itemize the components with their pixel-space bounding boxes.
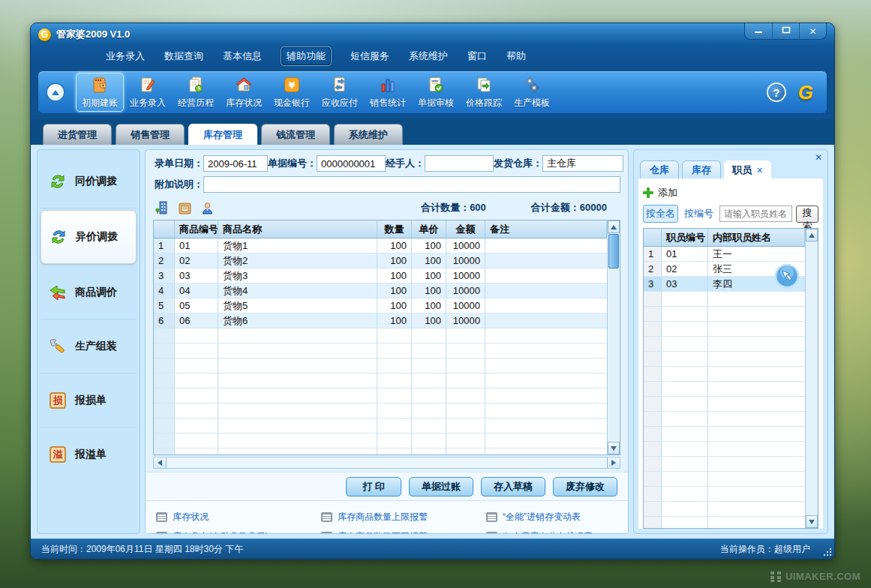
menu-help[interactable]: 帮助 — [506, 50, 526, 63]
maximize-icon — [782, 26, 791, 34]
filter-by-code[interactable]: 按编号 — [682, 206, 716, 222]
employee-row[interactable]: 101王一 — [644, 247, 805, 262]
tab-stock[interactable]: 库存 — [682, 160, 721, 178]
search-button[interactable]: 搜索 — [796, 206, 818, 223]
toolbar-item-operation-history[interactable]: 经营历程 — [172, 73, 220, 112]
maximize-button[interactable] — [772, 23, 799, 39]
sidebar-item-same-price-transfer[interactable]: 同价调拨 — [41, 154, 137, 208]
toolbar-item-receivable-payable[interactable]: 应收应付 — [316, 73, 364, 112]
table-row[interactable]: 303货物310010010000 — [154, 268, 607, 284]
warehouse-input[interactable] — [542, 155, 623, 172]
date-input[interactable] — [203, 155, 268, 172]
scroll-up-button[interactable] — [608, 220, 620, 233]
sidebar-item-goods-price-adjust[interactable]: 商品调价 — [41, 266, 137, 320]
table-row[interactable]: 101货物110010010000 — [154, 238, 607, 254]
menu-window[interactable]: 窗口 — [467, 50, 487, 63]
discard-changes-button[interactable]: 废弃修改 — [553, 477, 617, 496]
link-warehouse-distribution[interactable]: 各仓库库存分布状况表 — [486, 530, 628, 535]
scroll-down-button[interactable] — [608, 442, 620, 454]
empty-row — [644, 412, 805, 427]
sidebar-item-loss-report[interactable]: 损 报损单 — [41, 374, 137, 428]
scrollbar-thumb[interactable] — [608, 234, 619, 268]
scroll-right-button[interactable] — [607, 458, 620, 468]
menu-sms-service[interactable]: 短信服务 — [350, 50, 389, 63]
table-row[interactable]: 505货物510010010000 — [154, 298, 607, 314]
current-operator: 当前操作员：超级用户 — [720, 543, 824, 556]
link-inventory-status[interactable]: 库存状况 — [156, 511, 321, 524]
table-row[interactable]: 202货物210010010000 — [154, 254, 607, 268]
price-arrows-icon — [48, 283, 68, 302]
toolbar-item-initial-accounts[interactable]: 初期建账 — [76, 73, 124, 112]
tab-sales-management[interactable]: 销售管理 — [116, 124, 185, 145]
arrow-left-icon — [158, 460, 162, 466]
tab-inventory-management[interactable]: 库存管理 — [188, 124, 257, 145]
handler-input[interactable] — [425, 155, 494, 172]
post-voucher-button[interactable]: 单据过账 — [409, 477, 473, 496]
scroll-up-button[interactable] — [806, 229, 818, 242]
toolbar-item-cash-bank[interactable]: ¥ 现金银行 — [268, 73, 316, 112]
link-stock-check[interactable]: 库存盘点(自动盘盈盘亏) — [156, 530, 321, 535]
tab-employee[interactable]: 职员 ✕ — [724, 160, 771, 178]
col-amount: 金额 — [446, 220, 485, 238]
filter-by-fullname[interactable]: 按全名 — [643, 205, 678, 223]
items-table-header: 商品编号 商品名称 数量 单价 金额 备注 — [154, 220, 607, 238]
link-stock-lower-limit-alarm[interactable]: 库存商品数量下限报警 — [321, 530, 486, 535]
vertical-scrollbar[interactable] — [607, 220, 620, 454]
tab-cashflow-management[interactable]: 钱流管理 — [261, 124, 330, 145]
toolbar-collapse-button[interactable] — [46, 82, 65, 102]
toolbar-item-inventory-status[interactable]: 库存状况 — [220, 73, 268, 112]
toolbar-item-sales-statistics[interactable]: 销售统计 — [364, 73, 412, 112]
empty-row — [644, 502, 805, 517]
panel-close-button[interactable]: ✕ — [815, 152, 822, 163]
employee-vertical-scrollbar[interactable] — [805, 229, 818, 528]
sidebar-item-production-assembly[interactable]: 生产组装 — [41, 320, 137, 374]
watermark: UIMAKER.COM — [770, 571, 860, 582]
app-window: G 管家婆2009 V1.0 ✕ 业务录入 数据查询 基本信息 辅助功能 短信服… — [30, 22, 835, 560]
menu-business-entry[interactable]: 业务录入 — [106, 50, 145, 63]
resize-grip[interactable] — [824, 548, 832, 556]
menu-system-maintenance[interactable]: 系统维护 — [409, 50, 448, 63]
tab-close-icon[interactable]: ✕ — [756, 161, 763, 179]
employee-person-icon[interactable] — [200, 200, 215, 215]
toolbar-item-business-entry[interactable]: 业务录入 — [124, 73, 172, 112]
toolbar-item-production-template[interactable]: 生产模板 — [508, 73, 556, 112]
arrow-down-icon — [611, 446, 617, 451]
action-buttons: 打 印 单据过账 存入草稿 废弃修改 — [146, 472, 628, 500]
save-draft-button[interactable]: 存入草稿 — [481, 477, 545, 496]
horizontal-scrollbar[interactable] — [153, 457, 620, 469]
warehouse-building-icon[interactable] — [155, 200, 170, 215]
menu-data-query[interactable]: 数据查询 — [164, 50, 203, 63]
print-button[interactable]: 打 印 — [346, 477, 401, 496]
add-row[interactable]: 添加 — [643, 183, 818, 202]
search-input[interactable] — [719, 206, 792, 222]
link-almighty-flow-report[interactable]: “全能”进销存变动表 — [486, 511, 628, 524]
empty-row — [644, 382, 805, 397]
table-row[interactable]: 404货物410010010000 — [154, 284, 607, 298]
sidebar-item-overflow-report[interactable]: 溢 报溢单 — [41, 428, 137, 482]
title-bar: G 管家婆2009 V1.0 ✕ — [31, 23, 834, 46]
tab-purchase-management[interactable]: 进货管理 — [43, 124, 112, 145]
close-button[interactable]: ✕ — [799, 23, 826, 39]
link-stock-upper-limit-alarm[interactable]: 库存商品数量上限报警 — [321, 511, 486, 524]
menu-basic-info[interactable]: 基本信息 — [223, 50, 262, 63]
empty-row — [644, 517, 805, 528]
menu-auxiliary-functions[interactable]: 辅助功能 — [281, 47, 331, 65]
doc-refresh-icon — [474, 75, 494, 94]
scroll-down-button[interactable] — [806, 515, 818, 528]
stock-box-icon[interactable] — [177, 200, 192, 215]
minimize-button[interactable] — [745, 23, 772, 39]
help-button[interactable]: ? — [767, 82, 786, 102]
scroll-left-button[interactable] — [154, 458, 167, 468]
billno-label: 单据编号： — [268, 157, 317, 170]
toolbar-item-voucher-audit[interactable]: 单据审核 — [412, 73, 460, 112]
table-row[interactable]: 606货物610010010000 — [154, 314, 607, 328]
tab-warehouse[interactable]: 仓库 — [640, 160, 679, 178]
toolbar-item-price-tracking[interactable]: 价格跟踪 — [460, 73, 508, 112]
tab-system-maintenance[interactable]: 系统维护 — [334, 124, 403, 145]
sidebar-item-diff-price-transfer[interactable]: 异价调拨 — [41, 210, 137, 264]
empty-row — [154, 344, 607, 358]
note-input[interactable] — [203, 176, 620, 193]
billno-input[interactable] — [317, 155, 386, 172]
empty-row — [644, 427, 805, 442]
empty-row — [644, 337, 805, 352]
